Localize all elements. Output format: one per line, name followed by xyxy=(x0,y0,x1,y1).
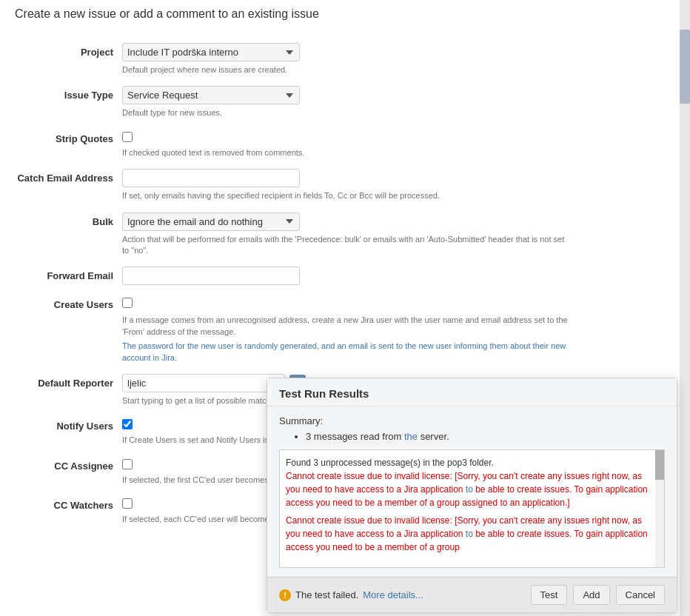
strip-quotes-row: Strip Quotes If checked quoted text is r… xyxy=(15,130,570,158)
log-scrollbar xyxy=(655,450,664,567)
strip-quotes-label: Strip Quotes xyxy=(15,130,122,144)
cc-assignee-label: CC Assignee xyxy=(15,457,122,472)
bulk-row: Bulk Ignore the email and do nothing Act… xyxy=(15,212,570,257)
default-reporter-label: Default Reporter xyxy=(15,374,122,389)
catch-email-row: Catch Email Address If set, only emails … xyxy=(15,169,570,201)
project-select[interactable]: Include IT podrška interno xyxy=(122,43,300,61)
log-scrollbar-thumb[interactable] xyxy=(655,450,664,480)
catch-email-input[interactable] xyxy=(122,169,300,187)
issue-type-row: Issue Type Service Request Default type … xyxy=(15,86,570,118)
bulk-label: Bulk xyxy=(15,212,122,227)
forward-email-label: Forward Email xyxy=(15,267,122,281)
page-title: Create a new issue or add a comment to a… xyxy=(15,7,570,28)
forward-email-input[interactable] xyxy=(122,267,300,285)
popup-log[interactable]: Found 3 unprocessed message(s) in the po… xyxy=(279,449,665,568)
warning-icon: ! xyxy=(279,589,291,601)
bulk-content: Ignore the email and do nothing Action t… xyxy=(122,212,570,257)
issue-type-label: Issue Type xyxy=(15,86,122,101)
server-link[interactable]: the xyxy=(404,431,418,442)
catch-email-content: If set, only emails having the specified… xyxy=(122,169,570,201)
catch-email-hint: If set, only emails having the specified… xyxy=(122,190,570,201)
create-users-checkbox[interactable] xyxy=(122,298,133,308)
forward-email-row: Forward Email xyxy=(15,267,570,285)
cc-watchers-label: CC Watchers xyxy=(15,496,122,511)
scrollbar-thumb[interactable] xyxy=(680,30,690,104)
create-users-hint2: The password for the new user is randoml… xyxy=(122,341,570,364)
strip-quotes-hint: If checked quoted text is removed from c… xyxy=(122,147,570,158)
catch-email-label: Catch Email Address xyxy=(15,169,122,184)
project-label: Project xyxy=(15,43,122,58)
popup-body: Summary: 3 messages read from the server… xyxy=(267,406,677,577)
log-line-1: Found 3 unprocessed message(s) in the po… xyxy=(286,456,658,469)
log-line-3: Cannot create issue due to invalid licen… xyxy=(286,514,658,554)
issue-type-content: Service Request Default type for new iss… xyxy=(122,86,570,118)
more-details-link[interactable]: More details... xyxy=(363,589,423,600)
create-users-hint: If a message comes from an unrecognised … xyxy=(122,315,570,338)
add-button[interactable]: Add xyxy=(573,585,609,605)
cancel-button[interactable]: Cancel xyxy=(616,585,665,605)
project-hint: Default project where new issues are cre… xyxy=(122,64,570,76)
footer-status-text: The test failed. xyxy=(295,589,358,600)
create-users-content: If a message comes from an unrecognised … xyxy=(122,295,570,364)
popup-title: Test Run Results xyxy=(267,378,677,406)
log-line-2: Cannot create issue due to invalid licen… xyxy=(286,469,658,509)
create-users-row: Create Users If a message comes from an … xyxy=(15,295,570,364)
issue-type-select[interactable]: Service Request xyxy=(122,86,300,104)
popup-bullet-text: 3 messages read from the server. xyxy=(306,431,449,442)
footer-status: ! The test failed. More details... xyxy=(279,589,525,601)
popup-footer: ! The test failed. More details... Test … xyxy=(267,577,677,612)
strip-quotes-checkbox[interactable] xyxy=(122,132,133,142)
bulk-select[interactable]: Ignore the email and do nothing xyxy=(122,212,300,231)
project-row: Project Include IT podrška interno Defau… xyxy=(15,43,570,76)
default-reporter-input[interactable] xyxy=(122,374,285,392)
notify-users-checkbox[interactable] xyxy=(122,419,133,429)
notify-users-label: Notify Users xyxy=(15,417,122,432)
popup-bullet-item: 3 messages read from the server. xyxy=(306,431,665,442)
bulk-hint: Action that will be performed for emails… xyxy=(122,234,570,257)
popup-summary-label: Summary: xyxy=(279,415,665,426)
test-run-popup: Test Run Results Summary: 3 messages rea… xyxy=(267,378,677,613)
forward-email-content xyxy=(122,267,570,285)
cc-watchers-checkbox[interactable] xyxy=(122,498,133,509)
test-button[interactable]: Test xyxy=(531,585,568,605)
issue-type-hint: Default type for new issues. xyxy=(122,107,570,118)
create-users-label: Create Users xyxy=(15,295,122,310)
cc-assignee-checkbox[interactable] xyxy=(122,459,133,469)
project-content: Include IT podrška interno Default proje… xyxy=(122,43,570,76)
scrollbar-track xyxy=(680,0,690,616)
strip-quotes-content: If checked quoted text is removed from c… xyxy=(122,130,570,158)
